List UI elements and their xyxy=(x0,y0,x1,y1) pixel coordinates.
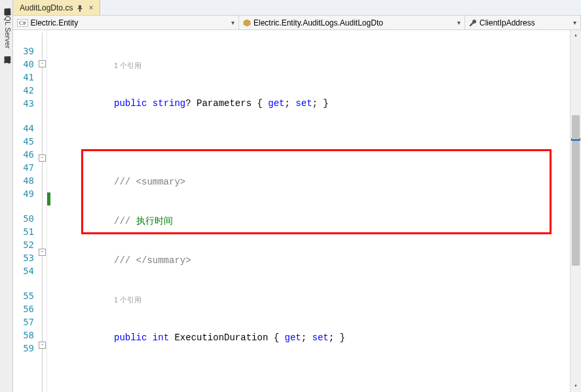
nav-member[interactable]: ClientIpAddress ▾ xyxy=(465,16,581,29)
tab-bar: AuditLogDto.cs × xyxy=(13,0,581,16)
fold-toggle[interactable]: - xyxy=(39,60,46,67)
fold-toggle[interactable]: - xyxy=(39,154,46,162)
vertical-scrollbar[interactable]: ▴ ▾ xyxy=(570,30,581,392)
codelens-ref[interactable]: 1 个引用 xyxy=(114,296,141,304)
code-editor[interactable]: 3940414243444546474849505152535455565758… xyxy=(13,30,581,392)
nav-namespace-text: Electric.Entity xyxy=(31,18,79,27)
fold-gutter: - - - - xyxy=(38,30,47,392)
tab-auditlogdto[interactable]: AuditLogDto.cs × xyxy=(13,0,100,15)
nav-class-text: Electric.Entity.AuditLogs.AuditLogDto xyxy=(253,18,383,27)
fold-toggle[interactable]: - xyxy=(39,342,46,349)
codelens-ref[interactable]: 1 个引用 xyxy=(114,62,141,69)
code-area[interactable]: 1 个引用 public string? Parameters { get; s… xyxy=(51,30,581,392)
scroll-up-button[interactable]: ▴ xyxy=(571,30,581,41)
nav-namespace[interactable]: C# Electric.Entity ▾ xyxy=(13,16,239,29)
scroll-thumb[interactable] xyxy=(572,115,580,266)
vertical-toolbar: 服务器资源管理器 SQL Server 对象资源管理器 xyxy=(0,0,13,392)
line-number-gutter: 3940414243444546474849505152535455565758… xyxy=(13,30,38,392)
scroll-down-button[interactable]: ▾ xyxy=(571,381,581,392)
csharp-icon: C# xyxy=(17,19,28,27)
toolbar-item-sql-server[interactable]: SQL Server 对象资源管理器 xyxy=(4,11,12,50)
pin-icon[interactable] xyxy=(77,5,83,11)
fold-toggle[interactable]: - xyxy=(39,249,46,256)
close-icon[interactable]: × xyxy=(87,3,94,12)
chevron-down-icon[interactable]: ▾ xyxy=(457,19,460,26)
tab-label: AuditLogDto.cs xyxy=(20,3,73,12)
navigation-bar: C# Electric.Entity ▾ Electric.Entity.Aud… xyxy=(13,16,581,30)
class-icon xyxy=(243,19,251,27)
property-icon xyxy=(469,19,477,27)
chevron-down-icon[interactable]: ▾ xyxy=(231,19,234,26)
chevron-down-icon[interactable]: ▾ xyxy=(573,19,576,26)
nav-class[interactable]: Electric.Entity.AuditLogs.AuditLogDto ▾ xyxy=(239,16,465,29)
nav-member-text: ClientIpAddress xyxy=(479,18,535,27)
